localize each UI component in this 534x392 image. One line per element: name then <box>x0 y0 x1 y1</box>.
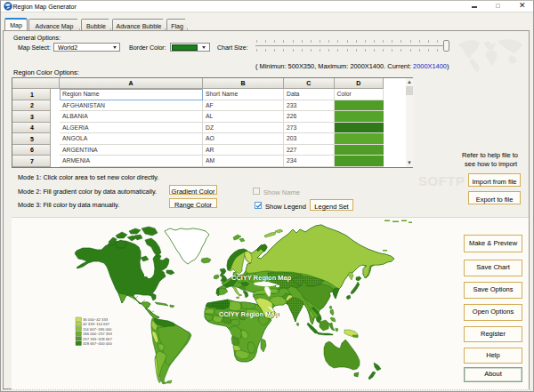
svg-text:114 667~186 000: 114 667~186 000 <box>83 327 112 332</box>
svg-text:328 667~400 000: 328 667~400 000 <box>83 341 112 346</box>
svg-text:CCIYY Region Map: CCIYY Region Map <box>219 310 279 318</box>
svg-text:186 000~257 333: 186 000~257 333 <box>83 332 112 336</box>
svg-text:257 333~328 667: 257 333~328 667 <box>83 337 112 341</box>
svg-text:CCIYY Region Map: CCIYY Region Map <box>231 274 292 282</box>
svg-text:42 333~114 667: 42 333~114 667 <box>83 322 110 326</box>
svg-text:36 000~42 333: 36 000~42 333 <box>83 317 109 322</box>
